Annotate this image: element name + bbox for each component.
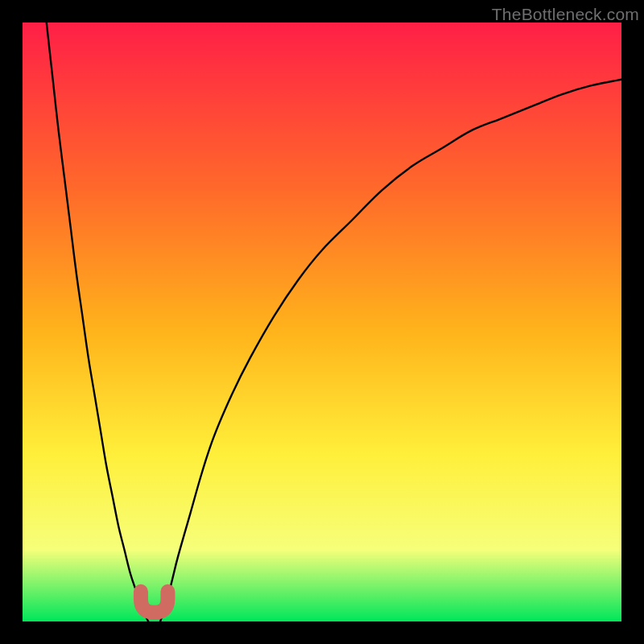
gradient-background	[23, 23, 621, 621]
plot-area	[23, 23, 621, 621]
watermark-text: TheBottleneck.com	[492, 5, 639, 24]
chart-frame: TheBottleneck.com	[0, 0, 644, 644]
chart-svg	[23, 23, 621, 621]
